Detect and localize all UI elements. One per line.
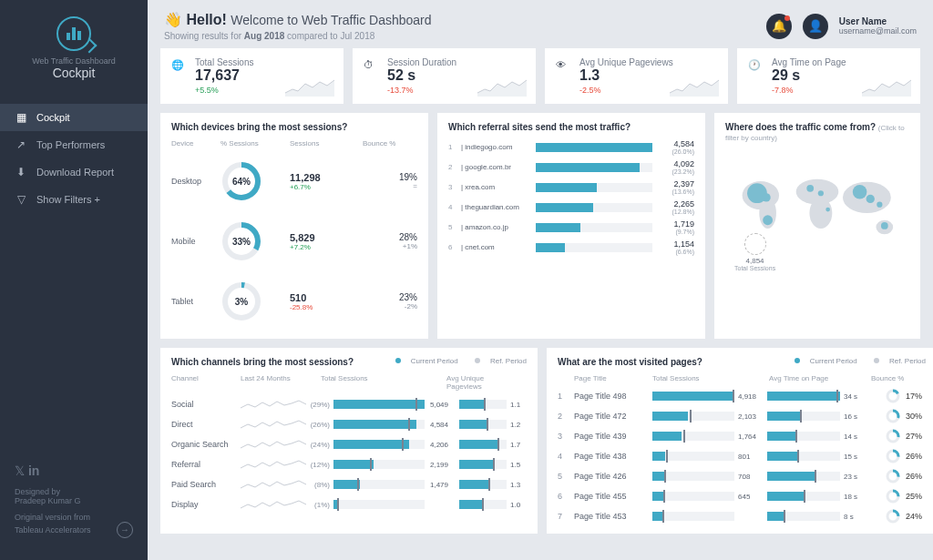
kpi-delta: +5.5%	[195, 86, 253, 95]
svg-point-22	[853, 185, 867, 199]
pages-title: What are the most visited pages? Current…	[558, 357, 926, 367]
svg-point-13	[809, 198, 832, 229]
bounce-donut-icon	[886, 389, 900, 403]
globe-icon: 🌐	[171, 59, 188, 76]
page-row: 4 Page Title 438 801 15 s 26%	[558, 446, 926, 466]
device-row: Desktop 64% 11,298+6.7% 19%=	[171, 151, 417, 211]
bounce-donut-icon	[886, 469, 900, 484]
nav-item-cockpit[interactable]: ▦Cockpit	[0, 104, 148, 131]
kpi-value: 52 s	[387, 67, 456, 84]
legend-current: Current Period	[411, 357, 458, 365]
page-sessions-bar	[652, 432, 734, 441]
logo-title: Cockpit	[9, 66, 138, 80]
ch-header-3: Avg Unique Pageviews	[446, 374, 516, 391]
bounce-pct: 27%	[906, 432, 922, 441]
channel-name: Referral	[171, 460, 241, 469]
channels-title-text: Which channels bring the most sessions?	[171, 357, 354, 367]
channel-row: Display (1%) 1.0	[171, 494, 527, 514]
page-row: 6 Page Title 455 645 18 s 25%	[558, 486, 926, 506]
channels-title: Which channels bring the most sessions? …	[171, 357, 527, 367]
svg-marker-1	[477, 80, 527, 97]
channel-pct: (8%)	[306, 481, 333, 489]
pages-legend: Current Period Ref. Period	[780, 357, 926, 365]
channel-sessions-bar	[333, 460, 425, 469]
svg-point-18	[763, 215, 773, 225]
device-sessions: 5,829+7.2%	[290, 232, 363, 251]
ref-name: | theguardian.com	[457, 203, 530, 211]
page-bounce: 30%	[867, 409, 922, 423]
channels-legend: Current Period Ref. Period	[381, 357, 527, 365]
channel-sessions: 1,479	[430, 481, 459, 489]
svg-point-23	[866, 195, 875, 203]
referral-title: Which referral sites send the most traff…	[448, 122, 694, 132]
logo-subtitle: Web Traffic Dashboard	[9, 56, 138, 66]
ref-bar	[536, 223, 652, 232]
channel-sparkline	[241, 477, 306, 492]
channel-sessions: 4,206	[430, 441, 459, 449]
nav: ▦Cockpit↗Top Performers⬇Download Report▽…	[0, 104, 148, 213]
logo-area: Web Traffic Dashboard Cockpit	[0, 11, 148, 95]
ref-bar	[536, 203, 652, 212]
page-row: 1 Page Title 498 4,918 34 s 17%	[558, 386, 926, 406]
page-rank: 5	[558, 472, 574, 481]
channel-sessions-bar	[333, 400, 425, 409]
page-bounce: 26%	[867, 469, 922, 484]
linkedin-icon[interactable]: in	[28, 463, 39, 478]
page-bounce: 25%	[867, 489, 922, 504]
page-sessions: 801	[734, 453, 767, 461]
original-label: Original version from	[15, 513, 133, 522]
kpi-value: 17,637	[195, 67, 253, 84]
welcome-text: Welcome to Web Traffic Dashboard	[231, 13, 431, 27]
devices-title: Which devices bring the most sessions?	[171, 122, 417, 132]
sparkline	[477, 76, 527, 97]
page-time-bar	[767, 512, 840, 521]
notification-dot	[784, 15, 790, 21]
nav-item-top-performers[interactable]: ↗Top Performers	[0, 131, 148, 158]
svg-point-20	[818, 190, 824, 196]
nav-item-show-filters-+[interactable]: ▽Show Filters +	[0, 186, 148, 213]
referral-row: 3 | xrea.com 2,397(13.6%)	[448, 179, 694, 195]
bounce-pct: 17%	[906, 392, 922, 401]
go-button[interactable]: →	[117, 522, 133, 538]
device-donut: 64%	[220, 160, 262, 202]
kpi-label: Avg Time on Page	[772, 57, 846, 67]
bounce-pct: 25%	[906, 492, 922, 501]
svg-point-25	[881, 222, 888, 229]
page-rank: 6	[558, 492, 574, 501]
ref-rank: 6	[448, 243, 457, 251]
page-time: 34 s	[840, 392, 867, 401]
map-total-value: 4,854	[734, 257, 775, 265]
channel-name: Organic Search	[171, 440, 241, 449]
channel-pct: (24%)	[306, 441, 333, 449]
device-sessions-delta: -25.8%	[290, 303, 363, 311]
referral-panel: Which referral sites send the most traff…	[437, 113, 705, 339]
nav-icon: ▽	[15, 193, 27, 206]
twitter-icon[interactable]: 𝕏	[15, 463, 25, 478]
ref-name: | cnet.com	[457, 243, 530, 251]
channel-pct: (26%)	[306, 421, 333, 429]
user-avatar[interactable]: 👤	[803, 14, 828, 39]
dev-header-0: Device	[171, 139, 220, 148]
channel-uniq-bar	[459, 500, 507, 509]
legend-current-dot-icon	[795, 358, 800, 363]
channel-uniq-bar	[459, 460, 507, 469]
world-map[interactable]: 4,854 Total Sessions	[725, 149, 909, 277]
channel-uniq-bar	[459, 400, 507, 409]
kpi-value: 1.3	[579, 67, 673, 84]
channel-row: Paid Search (8%) 1,479 1.3	[171, 474, 527, 494]
legend-ref: Ref. Period	[490, 357, 527, 365]
page-sessions-bar	[652, 452, 734, 461]
ref-bar	[536, 143, 652, 152]
nav-item-download-report[interactable]: ⬇Download Report	[0, 158, 148, 186]
logo-icon	[56, 16, 91, 51]
notification-button[interactable]: 🔔	[766, 14, 792, 39]
map-total-label: Total Sessions	[734, 265, 775, 271]
legend-current: Current Period	[810, 357, 857, 365]
page-name: Page Title 439	[574, 432, 652, 441]
ref-name: | google.com.br	[457, 163, 530, 171]
channel-row: Social (29%) 5,049 1.1	[171, 394, 527, 414]
kpi-card: 👁 Avg Unique Pageviews 1.3 -2.5%	[545, 48, 728, 104]
ref-rank: 2	[448, 163, 457, 171]
channels-panel: Which channels bring the most sessions? …	[160, 348, 538, 534]
social-links[interactable]: 𝕏 in	[15, 463, 133, 478]
